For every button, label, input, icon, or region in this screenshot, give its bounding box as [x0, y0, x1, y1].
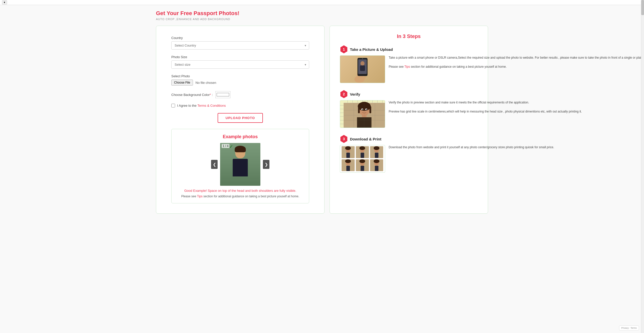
- scrollbar[interactable]: [641, 0, 644, 219]
- right-panel: In 3 Steps 1 Take a Picture & Upload: [330, 26, 488, 214]
- example-footer: Please see Tips section for additional g…: [177, 195, 304, 198]
- svg-point-8: [360, 61, 365, 66]
- step-2-content-row: Verify the photo in preview section and …: [340, 100, 582, 128]
- arrow-right-icon: ❯: [265, 162, 268, 167]
- print-svg: [341, 145, 384, 173]
- svg-rect-58: [346, 166, 350, 171]
- bg-color-group: Choose Background Color* :: [171, 91, 309, 98]
- step-3-text: Download the photo from website and prin…: [389, 145, 554, 150]
- svg-rect-54: [375, 153, 378, 158]
- step-1-text: Take a picture with a smart phone or DSL…: [389, 55, 644, 69]
- photo-size-label: Photo Size: [171, 55, 309, 59]
- person-hair: [235, 146, 246, 152]
- arrow-left-icon: ❮: [213, 162, 216, 167]
- person-body: [233, 159, 248, 176]
- step-2: 2 Verify: [340, 90, 478, 128]
- step-3-image: [340, 145, 385, 173]
- country-group: Country Select Country United States Uni…: [171, 36, 309, 50]
- svg-point-53: [374, 146, 379, 150]
- svg-rect-66: [375, 166, 378, 171]
- terms-checkbox[interactable]: [171, 104, 175, 107]
- carousel-image: 1 / 4 ✓: [220, 143, 260, 186]
- step-3-content-row: Download the photo from website and prin…: [340, 145, 554, 173]
- example-tips-link[interactable]: Tips: [197, 195, 203, 198]
- phone-svg: [352, 55, 373, 83]
- no-file-text: No file chosen: [195, 81, 216, 85]
- step-3-badge: 3 Download & Print: [340, 135, 381, 143]
- top-bar: ▾: [0, 0, 644, 5]
- person-head: [235, 147, 245, 158]
- step-2-text: Verify the photo in preview section and …: [389, 100, 582, 114]
- svg-point-57: [345, 159, 351, 163]
- svg-point-45: [345, 146, 351, 150]
- terms-text: I Agree to the Terms & Conditions: [177, 104, 226, 107]
- step-1: 1 Take a Picture & Upload: [340, 45, 478, 83]
- terms-row: I Agree to the Terms & Conditions: [171, 104, 309, 107]
- svg-point-49: [359, 146, 365, 150]
- svg-point-61: [359, 159, 365, 163]
- step-1-tips-link[interactable]: Tips: [405, 65, 410, 68]
- step-3: 3 Download & Print: [340, 135, 478, 173]
- phone-illustration: [340, 56, 385, 83]
- choose-file-button[interactable]: Choose File: [171, 80, 193, 86]
- page-container: Get Your Free Passport Photos! AUTO CROP…: [148, 5, 496, 219]
- file-upload-row: Choose File No file chosen: [171, 80, 309, 86]
- svg-rect-9: [360, 65, 365, 71]
- country-label: Country: [171, 36, 309, 40]
- svg-rect-30: [370, 106, 371, 113]
- example-photos-box: Example photos ❮ 1 / 4 ✓: [171, 129, 309, 203]
- step-1-hexagon: 1: [340, 45, 348, 53]
- svg-rect-11: [340, 100, 344, 128]
- example-caption: Good Example! Space on top of the head a…: [177, 189, 304, 193]
- svg-rect-62: [360, 166, 364, 171]
- step-2-image: [340, 100, 385, 128]
- svg-point-7: [362, 58, 363, 59]
- carousel-wrapper: ❮ 1 / 4 ✓: [177, 143, 304, 186]
- carousel-counter: 1 / 4: [222, 144, 229, 148]
- steps-title: In 3 Steps: [340, 33, 478, 39]
- svg-point-33: [362, 109, 363, 110]
- bg-color-input[interactable]: [215, 91, 230, 98]
- example-person-image: [220, 143, 260, 186]
- step-1-image: [340, 55, 385, 83]
- carousel-next-button[interactable]: ❯: [263, 160, 269, 169]
- svg-rect-46: [346, 153, 350, 158]
- step-3-left: 3 Download & Print: [340, 135, 554, 173]
- step-3-hexagon: 3: [340, 135, 348, 143]
- svg-rect-50: [360, 153, 364, 158]
- verify-svg: [340, 100, 385, 128]
- main-layout: Country Select Country United States Uni…: [156, 26, 488, 214]
- scrollbar-thumb[interactable]: [641, 0, 644, 15]
- bg-color-label: Choose Background Color* :: [171, 93, 213, 97]
- select-photo-group: Select Photo Choose File No file chosen: [171, 74, 309, 86]
- terms-link[interactable]: Terms & Conditions: [197, 104, 226, 107]
- person-figure: [230, 147, 250, 182]
- svg-point-34: [366, 109, 367, 110]
- step-1-title: Take a Picture & Upload: [350, 47, 393, 52]
- carousel-prev-button[interactable]: ❮: [211, 160, 218, 169]
- step-2-title: Verify: [350, 92, 360, 96]
- photo-size-select[interactable]: Select size 2x2 inch (USA) 35x45 mm (UK): [171, 60, 309, 69]
- step-1-badge: 1 Take a Picture & Upload: [340, 45, 393, 53]
- page-title: Get Your Free Passport Photos!: [156, 10, 488, 17]
- collapse-button[interactable]: ▾: [2, 0, 7, 5]
- select-photo-label: Select Photo: [171, 74, 309, 78]
- example-photos-title: Example photos: [177, 134, 304, 139]
- photo-size-group: Photo Size Select size 2x2 inch (USA) 35…: [171, 55, 309, 69]
- svg-point-65: [374, 159, 379, 163]
- country-select[interactable]: Select Country United States United King…: [171, 41, 309, 50]
- photo-size-select-wrapper: Select size 2x2 inch (USA) 35x45 mm (UK)…: [171, 60, 309, 69]
- upload-photo-button[interactable]: UPLOAD PHOTO: [218, 113, 263, 123]
- step-1-content-row: Take a picture with a smart phone or DSL…: [340, 55, 644, 83]
- country-select-wrapper: Select Country United States United King…: [171, 41, 309, 50]
- step-2-badge: 2 Verify: [340, 90, 360, 98]
- step-2-left: 2 Verify: [340, 90, 582, 128]
- left-panel: Country Select Country United States Uni…: [156, 26, 325, 214]
- step-2-hexagon: 2: [340, 90, 348, 98]
- page-subtitle: AUTO CROP ,ENHANCE AND ADD BACKGROUND: [156, 18, 488, 21]
- bg-color-row: Choose Background Color* :: [171, 91, 309, 98]
- svg-rect-29: [358, 106, 360, 113]
- step-3-title: Download & Print: [350, 137, 381, 141]
- step-1-left: 1 Take a Picture & Upload: [340, 45, 644, 83]
